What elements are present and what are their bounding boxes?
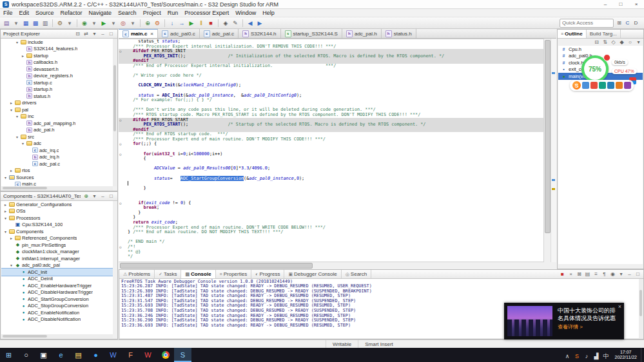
close-tab-icon[interactable]: × (150, 31, 153, 37)
hide-non-public-icon[interactable]: ○ (627, 39, 634, 46)
forward-icon[interactable]: ▶ (255, 19, 264, 28)
debug-menu-icon[interactable]: ▾ (90, 19, 99, 28)
run-icon[interactable]: ▶ (99, 19, 108, 28)
build-icon[interactable]: ⚙ (55, 19, 64, 28)
terminate-icon[interactable]: ■ (559, 271, 566, 278)
console-tab-debugger-console[interactable]: ▣Debugger Console (284, 270, 341, 278)
taskbar-search[interactable]: ○ (17, 348, 35, 362)
print-icon[interactable]: ▥ (41, 19, 50, 28)
editor-tab-s32k144-h[interactable]: hS32K144.h (239, 29, 281, 38)
taskbar-internet-explorer[interactable]: e (52, 348, 70, 362)
menu-processor-expert[interactable]: Processor Expert (181, 10, 232, 16)
step-into-icon[interactable]: ↓ (168, 19, 177, 28)
component-item-adc-pal0-adc-pal[interactable]: ▾◆adc_pal0:adc_pal (1, 262, 113, 269)
tab-outline[interactable]: ≡ Outline (558, 30, 587, 38)
generate-code-icon[interactable]: ⊕ (143, 19, 152, 28)
external-tools-menu-icon[interactable]: ▾ (128, 19, 137, 28)
processor-expert-icon[interactable]: ⚙ (153, 19, 162, 28)
expand-arrow-icon[interactable]: ▸ (21, 53, 25, 58)
debug-perspective-icon[interactable]: D (632, 19, 639, 26)
expand-arrow-icon[interactable]: ▸ (9, 100, 14, 105)
collapse-arrow-icon[interactable]: ▾ (3, 216, 8, 220)
new-wizard-icon[interactable]: ▤ (2, 19, 11, 28)
collapse-arrow-icon[interactable]: ▾ (3, 229, 8, 234)
fold-icon[interactable]: ⊖ (119, 118, 122, 123)
console-tab-console[interactable]: ▤Console (181, 270, 215, 278)
maximize-icon[interactable]: □ (108, 193, 115, 200)
remove-all-launches-icon[interactable]: ⊠ (576, 271, 583, 278)
hide-fields-icon[interactable]: ◇ (610, 39, 617, 46)
component-item-generator-configurations[interactable]: ▸Generator_Configurations (1, 201, 113, 208)
project-item-s32k144-features-h[interactable]: hS32K144_features.h (1, 46, 113, 53)
expand-arrow-icon[interactable]: ▸ (3, 202, 8, 207)
sogou-toolbar-overlay[interactable]: S (570, 80, 634, 91)
tab-build-targets[interactable]: Build Targ... (587, 30, 621, 38)
taskbar-task-view[interactable]: ▣ (35, 348, 52, 362)
taskbar-file-explorer[interactable]: ▤ (70, 348, 87, 362)
project-tree-vertical-scrollbar[interactable] (113, 39, 117, 186)
video-ad-overlay[interactable]: × 中国十大装饰公司的排 名具体情况及告诉优惠 查看详情 > (504, 303, 624, 339)
open-perspective-icon[interactable]: ⊞ (616, 19, 623, 26)
console-tab-tasks[interactable]: ✓Tasks (155, 270, 181, 278)
project-item-drivers[interactable]: ▸drivers (1, 100, 113, 107)
project-item-device-registers-h[interactable]: hdevice_registers.h (1, 73, 113, 80)
menu-help[interactable]: Help (259, 10, 278, 16)
back-icon[interactable]: ◀ (246, 19, 255, 28)
component-item-oss[interactable]: ▸OSs (1, 208, 113, 215)
sogou-input-icon[interactable]: S (572, 353, 581, 359)
component-item-adc-stopgroupconversion[interactable]: ●ADC_StopGroupConversion (1, 303, 113, 310)
console-tab-problems[interactable]: ⚠Problems (119, 270, 155, 278)
project-item-adc-pal-h[interactable]: hadc_pal.h (1, 127, 113, 134)
save-icon[interactable]: ▦ (21, 19, 30, 28)
fold-icon[interactable]: ⊖ (119, 201, 122, 206)
components-tree[interactable]: ▸Generator_Configurations▸OSs▾Processors… (1, 201, 113, 334)
debug-icon[interactable]: ◉ (80, 19, 89, 28)
component-item-adc-deinit[interactable]: ●ADC_Deinit (1, 276, 113, 283)
fold-icon[interactable]: ⊖ (119, 245, 122, 250)
editor-tab-main-c[interactable]: cmain.c× (119, 29, 158, 38)
remove-launch-icon[interactable]: × (567, 271, 574, 278)
sort-icon[interactable]: ⇅ (601, 39, 609, 46)
menu-file[interactable]: File (0, 10, 16, 16)
open-console-menu-icon[interactable]: ▾ (618, 271, 625, 278)
menu-window[interactable]: Window (232, 10, 259, 16)
add-component-icon[interactable]: ⊕ (83, 193, 90, 200)
editor-horizontal-scrollbar[interactable] (119, 262, 544, 269)
editor-tab-adc-pal-h[interactable]: hadc_pal.h (342, 29, 382, 38)
component-item-adc-disablenotification[interactable]: ●ADC_DisableNotification (1, 316, 113, 323)
menu-run[interactable]: Run (164, 10, 182, 16)
project-item-pal[interactable]: ▾pal (1, 106, 113, 113)
expand-arrow-icon[interactable]: ▸ (9, 236, 14, 240)
close-button[interactable]: × (629, 0, 644, 8)
scrollbar-thumb[interactable] (113, 65, 116, 131)
component-item-adc-disablehardwaretrigger[interactable]: ●ADC_DisableHardwareTrigger (1, 289, 113, 296)
project-item-startup-c[interactable]: cstartup.c (1, 79, 113, 86)
volume-icon[interactable]: ♪ (581, 353, 591, 359)
build-menu-icon[interactable]: ▾ (65, 19, 74, 28)
view-menu-icon[interactable]: ▾ (635, 39, 642, 46)
console-tab-properties[interactable]: ≡Properties (216, 270, 252, 278)
taskbar-clock[interactable]: 17:07 2022/11/22 (610, 350, 641, 360)
expand-arrow-icon[interactable]: ▸ (9, 168, 14, 173)
ad-cta-link[interactable]: 查看详情 > (558, 323, 620, 331)
collapse-arrow-icon[interactable]: ▾ (9, 108, 14, 112)
link-with-editor-icon[interactable]: ⇄ (83, 30, 90, 37)
project-item-devassert-h[interactable]: hdevassert.h (1, 66, 113, 73)
overview-ruler[interactable] (551, 39, 556, 262)
editor-tab-adc-pal0-c[interactable]: cadc_pal0.c (158, 29, 200, 38)
menu-refactor[interactable]: Refactor (57, 10, 86, 16)
hide-static-icon[interactable]: ◆ (618, 39, 625, 46)
project-item-main-c[interactable]: cmain.c (1, 181, 113, 187)
project-item-status-h[interactable]: hstatus.h (1, 93, 113, 100)
menu-search[interactable]: Search (115, 10, 140, 16)
taskbar-start[interactable]: ⊞ (0, 348, 17, 362)
component-item-intman1-interrupt-manager[interactable]: ◆intMan1:interrupt_manager (1, 255, 113, 262)
collapse-arrow-icon[interactable]: ▾ (15, 114, 19, 119)
project-tree[interactable]: ▾includehS32K144_features.h▸startuphcall… (1, 39, 113, 186)
taskbar-browser[interactable]: ● (87, 348, 104, 362)
editor-tab-adc-pal-c[interactable]: cadc_pal.c (200, 29, 239, 38)
component-item-referenced-components[interactable]: ▸Referenced_Components (1, 235, 113, 242)
clear-console-icon[interactable]: ▤ (584, 271, 591, 278)
filter-icon[interactable]: ▾ (91, 193, 98, 200)
project-item-src[interactable]: ▾src (1, 133, 113, 140)
